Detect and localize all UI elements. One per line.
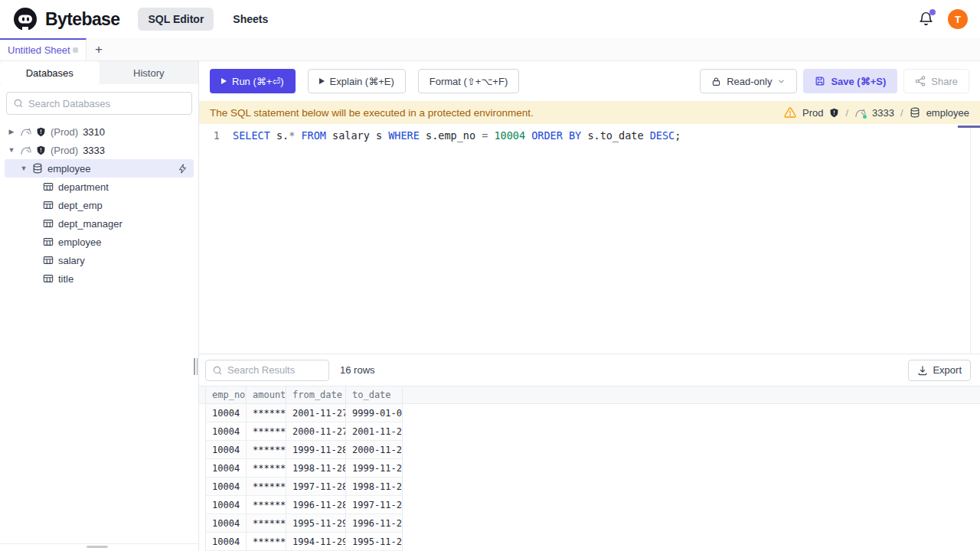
instance-label: 3333: [872, 107, 894, 119]
sheet-tab-label: Untitled Sheet: [8, 44, 70, 56]
table-cell: 1995-11-29: [346, 533, 403, 550]
code-token: s.: [270, 129, 289, 142]
tree-instance-3310[interactable]: ▶ (Prod) 3310: [5, 122, 194, 141]
sidebar-tabs: Databases History: [0, 61, 198, 84]
table-row[interactable]: 10004******1999-11-282000-11-27: [205, 441, 403, 459]
table-icon: [43, 273, 54, 284]
table-row[interactable]: 10004******1997-11-281998-11-28: [205, 478, 403, 496]
run-button[interactable]: Run (⌘+⏎): [210, 69, 296, 93]
table-cell: ******: [247, 533, 286, 550]
table-icon: [43, 200, 54, 210]
code-token: s.emp_no: [420, 129, 475, 142]
sql-editor[interactable]: 1 SELECT s.* FROM salary s WHERE s.emp_n…: [199, 124, 980, 354]
lock-icon: [711, 77, 721, 86]
table-name: dept_manager: [58, 218, 122, 230]
result-table: emp_noamountfrom_dateto_date 10004******…: [199, 386, 980, 551]
bytebase-logo[interactable]: Bytebase: [12, 6, 119, 32]
results-panel: 16 rows Export emp_noamountfrom_dateto_d…: [199, 354, 980, 551]
explain-button[interactable]: Explain (⌘+E): [308, 69, 406, 93]
tree-database-employee[interactable]: ▼ employee: [5, 159, 194, 178]
search-databases-input[interactable]: [28, 98, 185, 109]
play-icon: [221, 78, 227, 84]
table-row[interactable]: 10004******1994-11-291995-11-29: [205, 533, 403, 551]
table-row[interactable]: 10004******2001-11-279999-01-01: [205, 404, 403, 422]
nav-sheets[interactable]: Sheets: [223, 8, 278, 31]
export-icon: [917, 365, 928, 376]
table-cell: 2000-11-27: [346, 441, 403, 458]
sidebar-scroll-thumb[interactable]: [87, 546, 108, 548]
app-header: Bytebase SQL Editor Sheets T: [0, 0, 980, 38]
save-button[interactable]: Save (⌘+S): [803, 69, 897, 93]
avatar[interactable]: T: [948, 9, 968, 29]
tree-table-item[interactable]: dept_emp: [5, 196, 194, 214]
tab-history[interactable]: History: [100, 61, 199, 84]
column-header[interactable]: to_date: [346, 386, 403, 403]
column-header[interactable]: amount: [247, 386, 286, 403]
table-cell: 1996-11-28: [286, 496, 346, 514]
add-sheet-button[interactable]: +: [87, 38, 111, 60]
table-icon: [43, 181, 54, 192]
table-cell: 10004: [205, 441, 247, 458]
editor-scrollbar-track: [970, 124, 971, 354]
tree-table-item[interactable]: employee: [5, 233, 194, 251]
export-button[interactable]: Export: [908, 360, 971, 381]
environment-label: Prod: [802, 107, 823, 119]
tree-table-item[interactable]: salary: [5, 251, 194, 269]
column-header[interactable]: emp_no: [205, 386, 247, 403]
protected-environment-banner: The SQL statement below will be executed…: [199, 101, 980, 124]
share-button[interactable]: Share: [903, 69, 969, 93]
tab-databases[interactable]: Databases: [0, 61, 100, 84]
tree-instance-3333[interactable]: ▼ (Prod) 3333: [5, 141, 194, 159]
notification-bell-icon[interactable]: [918, 11, 935, 28]
export-label: Export: [933, 364, 962, 376]
table-cell: ******: [247, 422, 286, 440]
database-label: employee: [926, 107, 969, 119]
env-label: (Prod): [51, 126, 78, 138]
table-row[interactable]: 10004******1996-11-281997-11-28: [205, 496, 403, 514]
tree-table-item[interactable]: dept_manager: [5, 214, 194, 233]
sidebar-resize-handle[interactable]: [194, 358, 198, 375]
table-cell: 1998-11-28: [286, 459, 346, 477]
format-button[interactable]: Format (⇧+⌥+F): [418, 69, 519, 93]
table-row[interactable]: 10004******1995-11-291996-11-28: [205, 514, 403, 533]
tree-table-item[interactable]: title: [5, 269, 194, 288]
caret-right-icon[interactable]: ▶: [8, 128, 15, 135]
sidebar-scroll-track: [0, 543, 198, 544]
table-icon: [43, 218, 54, 229]
shield-icon: [829, 108, 839, 118]
code-token: 10004: [488, 129, 525, 142]
column-header[interactable]: from_date: [286, 386, 346, 403]
banner-message: The SQL statement below will be executed…: [210, 107, 534, 119]
readonly-label: Read-only: [727, 76, 772, 87]
table-row[interactable]: 10004******2000-11-272001-11-27: [205, 422, 403, 441]
table-name: salary: [58, 255, 85, 266]
caret-down-icon[interactable]: ▼: [8, 146, 15, 154]
notification-dot: [929, 9, 936, 15]
sheet-tab-untitled[interactable]: Untitled Sheet: [0, 38, 87, 60]
code-line[interactable]: 1 SELECT s.* FROM salary s WHERE s.emp_n…: [199, 128, 980, 143]
table-cell: ******: [247, 459, 286, 477]
table-row[interactable]: 10004******1998-11-281999-11-28: [205, 459, 403, 478]
table-name: department: [58, 181, 109, 193]
table-cell: 10004: [205, 459, 247, 477]
table-icon: [43, 255, 54, 266]
instance-name: 3333: [83, 145, 105, 156]
caret-down-icon[interactable]: ▼: [20, 165, 28, 172]
bolt-icon[interactable]: [178, 164, 188, 174]
database-icon: [910, 107, 920, 118]
top-nav: SQL Editor Sheets: [138, 8, 278, 31]
table-cell: 10004: [205, 404, 247, 422]
play-icon: [319, 78, 325, 84]
readonly-mode-select[interactable]: Read-only: [700, 69, 797, 93]
search-results-input[interactable]: [227, 364, 322, 376]
results-search[interactable]: [205, 360, 329, 381]
table-cell: ******: [247, 441, 286, 458]
panel-resize-handle[interactable]: [580, 354, 599, 354]
table-cell: 1997-11-28: [346, 496, 403, 514]
tree-table-item[interactable]: department: [5, 178, 194, 196]
line-number: 1: [199, 128, 233, 143]
nav-sql-editor[interactable]: SQL Editor: [138, 8, 214, 31]
header-right: T: [918, 9, 968, 29]
database-search[interactable]: [6, 92, 192, 115]
bytebase-logo-icon: [12, 6, 38, 32]
